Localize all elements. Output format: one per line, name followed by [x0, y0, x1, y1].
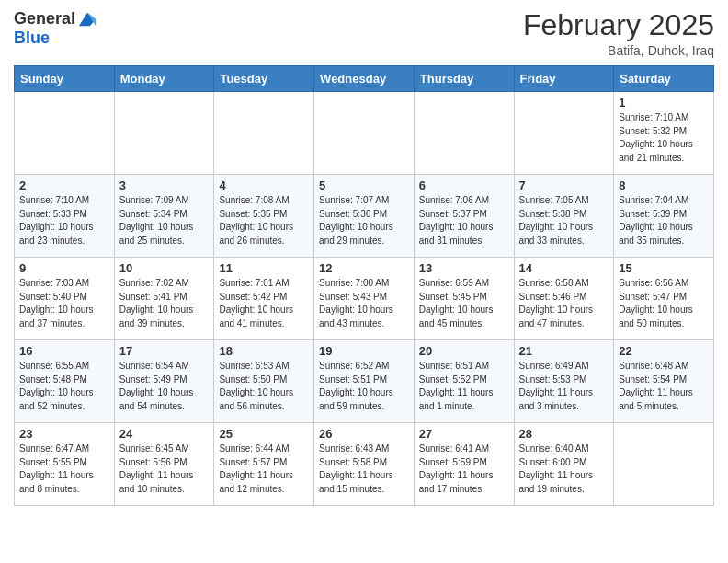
calendar-cell: 17Sunrise: 6:54 AM Sunset: 5:49 PM Dayli… — [114, 340, 214, 423]
month-title: February 2025 — [523, 9, 714, 41]
day-info: Sunrise: 7:05 AM Sunset: 5:38 PM Dayligh… — [519, 194, 609, 247]
day-info: Sunrise: 6:41 AM Sunset: 5:59 PM Dayligh… — [419, 442, 509, 496]
calendar-cell: 1Sunrise: 7:10 AM Sunset: 5:32 PM Daylig… — [614, 92, 714, 175]
calendar-cell: 6Sunrise: 7:06 AM Sunset: 5:37 PM Daylig… — [414, 175, 514, 258]
header: General Blue February 2025 Batifa, Duhok… — [14, 9, 714, 58]
calendar-cell: 7Sunrise: 7:05 AM Sunset: 5:38 PM Daylig… — [514, 175, 614, 258]
day-info: Sunrise: 6:45 AM Sunset: 5:56 PM Dayligh… — [119, 442, 210, 496]
calendar-cell: 9Sunrise: 7:03 AM Sunset: 5:40 PM Daylig… — [15, 258, 115, 340]
week-row-3: 9Sunrise: 7:03 AM Sunset: 5:40 PM Daylig… — [15, 258, 714, 340]
day-info: Sunrise: 7:00 AM Sunset: 5:43 PM Dayligh… — [319, 277, 409, 330]
calendar-cell: 18Sunrise: 6:53 AM Sunset: 5:50 PM Dayli… — [214, 340, 314, 423]
day-info: Sunrise: 6:55 AM Sunset: 5:48 PM Dayligh… — [19, 360, 109, 413]
calendar-cell: 22Sunrise: 6:48 AM Sunset: 5:54 PM Dayli… — [614, 340, 714, 423]
day-info: Sunrise: 6:59 AM Sunset: 5:45 PM Dayligh… — [419, 277, 509, 330]
weekday-header-saturday: Saturday — [614, 66, 714, 92]
day-info: Sunrise: 7:07 AM Sunset: 5:36 PM Dayligh… — [319, 194, 409, 247]
day-number: 1 — [619, 96, 709, 109]
calendar-cell: 28Sunrise: 6:40 AM Sunset: 6:00 PM Dayli… — [514, 423, 614, 506]
day-info: Sunrise: 7:09 AM Sunset: 5:34 PM Dayligh… — [119, 194, 210, 247]
day-info: Sunrise: 7:03 AM Sunset: 5:40 PM Dayligh… — [19, 277, 109, 330]
day-number: 20 — [419, 344, 509, 358]
day-number: 13 — [419, 261, 509, 275]
header-right: February 2025 Batifa, Duhok, Iraq — [523, 9, 714, 58]
calendar-cell: 25Sunrise: 6:44 AM Sunset: 5:57 PM Dayli… — [214, 423, 314, 506]
calendar-cell: 16Sunrise: 6:55 AM Sunset: 5:48 PM Dayli… — [15, 340, 115, 423]
calendar-cell: 24Sunrise: 6:45 AM Sunset: 5:56 PM Dayli… — [114, 423, 214, 506]
day-number: 7 — [519, 178, 609, 192]
calendar-cell: 4Sunrise: 7:08 AM Sunset: 5:35 PM Daylig… — [214, 175, 314, 258]
calendar-cell: 21Sunrise: 6:49 AM Sunset: 5:53 PM Dayli… — [514, 340, 614, 423]
day-number: 2 — [19, 178, 109, 192]
calendar-cell — [114, 92, 214, 175]
week-row-5: 23Sunrise: 6:47 AM Sunset: 5:55 PM Dayli… — [15, 423, 714, 506]
day-info: Sunrise: 7:02 AM Sunset: 5:41 PM Dayligh… — [119, 277, 210, 330]
day-number: 25 — [219, 427, 309, 441]
logo-general-text: General — [14, 10, 75, 29]
day-info: Sunrise: 7:01 AM Sunset: 5:42 PM Dayligh… — [219, 277, 309, 330]
day-number: 14 — [519, 261, 609, 275]
calendar-cell: 26Sunrise: 6:43 AM Sunset: 5:58 PM Dayli… — [314, 423, 415, 506]
weekday-header-monday: Monday — [114, 66, 214, 92]
day-number: 8 — [619, 178, 709, 192]
day-number: 15 — [619, 261, 709, 275]
calendar-cell: 10Sunrise: 7:02 AM Sunset: 5:41 PM Dayli… — [114, 258, 214, 340]
weekday-header-wednesday: Wednesday — [314, 66, 415, 92]
calendar-cell: 23Sunrise: 6:47 AM Sunset: 5:55 PM Dayli… — [15, 423, 115, 506]
day-number: 3 — [119, 178, 210, 192]
day-info: Sunrise: 6:40 AM Sunset: 6:00 PM Dayligh… — [519, 442, 609, 496]
day-number: 26 — [319, 427, 409, 441]
calendar-cell: 15Sunrise: 6:56 AM Sunset: 5:47 PM Dayli… — [614, 258, 714, 340]
day-number: 17 — [119, 344, 210, 358]
day-info: Sunrise: 7:04 AM Sunset: 5:39 PM Dayligh… — [619, 194, 709, 247]
calendar-cell: 27Sunrise: 6:41 AM Sunset: 5:59 PM Dayli… — [414, 423, 514, 506]
calendar-cell — [514, 92, 614, 175]
day-number: 10 — [119, 261, 210, 275]
calendar-cell: 12Sunrise: 7:00 AM Sunset: 5:43 PM Dayli… — [314, 258, 415, 340]
calendar-cell — [414, 92, 514, 175]
day-number: 18 — [219, 344, 309, 358]
day-info: Sunrise: 7:10 AM Sunset: 5:33 PM Dayligh… — [19, 194, 109, 247]
day-number: 24 — [119, 427, 210, 441]
day-number: 5 — [319, 178, 409, 192]
day-number: 12 — [319, 261, 409, 275]
day-info: Sunrise: 6:56 AM Sunset: 5:47 PM Dayligh… — [619, 277, 709, 330]
calendar: SundayMondayTuesdayWednesdayThursdayFrid… — [14, 65, 714, 506]
weekday-header-tuesday: Tuesday — [214, 66, 314, 92]
calendar-cell: 11Sunrise: 7:01 AM Sunset: 5:42 PM Dayli… — [214, 258, 314, 340]
calendar-cell — [314, 92, 415, 175]
logo: General Blue — [14, 9, 97, 48]
day-info: Sunrise: 6:58 AM Sunset: 5:46 PM Dayligh… — [519, 277, 609, 330]
week-row-4: 16Sunrise: 6:55 AM Sunset: 5:48 PM Dayli… — [15, 340, 714, 423]
calendar-cell — [614, 423, 714, 506]
week-row-2: 2Sunrise: 7:10 AM Sunset: 5:33 PM Daylig… — [15, 175, 714, 258]
week-row-1: 1Sunrise: 7:10 AM Sunset: 5:32 PM Daylig… — [15, 92, 714, 175]
day-number: 28 — [519, 427, 609, 441]
day-info: Sunrise: 6:49 AM Sunset: 5:53 PM Dayligh… — [519, 360, 609, 413]
day-info: Sunrise: 6:51 AM Sunset: 5:52 PM Dayligh… — [419, 360, 509, 413]
day-info: Sunrise: 7:10 AM Sunset: 5:32 PM Dayligh… — [619, 111, 709, 165]
calendar-cell: 13Sunrise: 6:59 AM Sunset: 5:45 PM Dayli… — [414, 258, 514, 340]
calendar-cell: 19Sunrise: 6:52 AM Sunset: 5:51 PM Dayli… — [314, 340, 415, 423]
logo-icon — [77, 9, 97, 29]
day-info: Sunrise: 6:53 AM Sunset: 5:50 PM Dayligh… — [219, 360, 309, 413]
day-number: 9 — [19, 261, 109, 275]
calendar-cell: 14Sunrise: 6:58 AM Sunset: 5:46 PM Dayli… — [514, 258, 614, 340]
calendar-cell: 2Sunrise: 7:10 AM Sunset: 5:33 PM Daylig… — [15, 175, 115, 258]
day-number: 16 — [19, 344, 109, 358]
day-info: Sunrise: 7:06 AM Sunset: 5:37 PM Dayligh… — [419, 194, 509, 247]
location: Batifa, Duhok, Iraq — [523, 43, 714, 58]
day-number: 19 — [319, 344, 409, 358]
calendar-cell: 3Sunrise: 7:09 AM Sunset: 5:34 PM Daylig… — [114, 175, 214, 258]
day-info: Sunrise: 6:54 AM Sunset: 5:49 PM Dayligh… — [119, 360, 210, 413]
weekday-header-sunday: Sunday — [15, 66, 115, 92]
day-info: Sunrise: 6:43 AM Sunset: 5:58 PM Dayligh… — [319, 442, 409, 496]
day-info: Sunrise: 7:08 AM Sunset: 5:35 PM Dayligh… — [219, 194, 309, 247]
day-info: Sunrise: 6:47 AM Sunset: 5:55 PM Dayligh… — [19, 442, 109, 496]
day-number: 6 — [419, 178, 509, 192]
day-number: 11 — [219, 261, 309, 275]
day-info: Sunrise: 6:44 AM Sunset: 5:57 PM Dayligh… — [219, 442, 309, 496]
day-number: 23 — [19, 427, 109, 441]
calendar-cell: 8Sunrise: 7:04 AM Sunset: 5:39 PM Daylig… — [614, 175, 714, 258]
day-number: 21 — [519, 344, 609, 358]
